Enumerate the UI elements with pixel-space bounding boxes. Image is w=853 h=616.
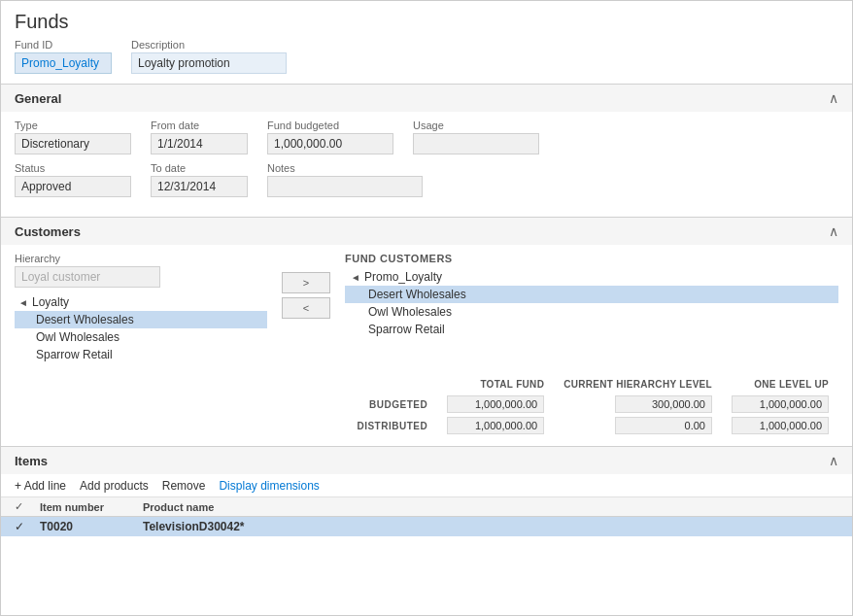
- display-dimensions-button[interactable]: Display dimensions: [219, 479, 319, 493]
- product-name-col-header: Product name: [143, 501, 298, 513]
- tree-item-desert[interactable]: Desert Wholesales: [15, 311, 267, 328]
- tree-item-loyalty[interactable]: ◄ Loyalty: [15, 293, 267, 311]
- one-level-budgeted-cell: 1,000,000.00: [722, 394, 838, 415]
- description-input[interactable]: Loyalty promotion: [131, 52, 287, 74]
- usage-label: Usage: [413, 120, 539, 131]
- from-date-field: From date 1/1/2014: [151, 120, 248, 154]
- total-fund-distributed-value: 1,000,000.00: [447, 417, 544, 434]
- fund-header: Fund ID Promo_Loyalty Description Loyalt…: [1, 39, 852, 82]
- customers-toggle[interactable]: ∧: [829, 223, 838, 239]
- notes-field: Notes: [267, 162, 423, 197]
- summary-distributed-row: DISTRIBUTED 1,000,000.00 0.00 1,000,000.…: [347, 415, 838, 436]
- general-toggle[interactable]: ∧: [829, 90, 838, 106]
- fund-budgeted-field: Fund budgeted 1,000,000.00: [267, 120, 393, 154]
- items-toolbar: + Add line Add products Remove Display d…: [1, 474, 852, 497]
- general-row-1: Type Discretionary From date 1/1/2014 Fu…: [15, 120, 838, 154]
- description-group: Description Loyalty promotion: [131, 39, 287, 74]
- col-current-hierarchy: CURRENT HIERARCHY LEVEL: [554, 377, 722, 394]
- current-hier-budgeted-value: 300,000.00: [615, 395, 712, 413]
- fund-desert-label: Desert Wholesales: [368, 288, 466, 301]
- general-title: General: [15, 91, 61, 106]
- general-section-body: Type Discretionary From date 1/1/2014 Fu…: [1, 112, 852, 215]
- fund-id-input[interactable]: Promo_Loyalty: [15, 52, 112, 74]
- status-input[interactable]: Approved: [15, 176, 131, 197]
- budgeted-label: BUDGETED: [347, 394, 437, 415]
- items-title: Items: [15, 454, 48, 468]
- type-label: Type: [15, 120, 131, 131]
- type-input[interactable]: Discretionary: [15, 133, 131, 154]
- fund-budgeted-label: Fund budgeted: [267, 120, 393, 131]
- total-fund-budgeted-value: 1,000,000.00: [447, 395, 544, 413]
- item-number-col-header: Item number: [40, 501, 137, 513]
- description-label: Description: [131, 39, 287, 51]
- from-date-input[interactable]: 1/1/2014: [151, 133, 248, 154]
- move-right-button[interactable]: >: [282, 272, 330, 293]
- fund-tree-promo[interactable]: ◄ Promo_Loyalty: [345, 268, 838, 286]
- col-one-level-up: ONE LEVEL UP: [722, 377, 838, 394]
- current-hier-budgeted-cell: 300,000.00: [554, 394, 722, 415]
- fund-customers-label: FUND CUSTOMERS: [345, 253, 838, 264]
- fund-tree-owl[interactable]: Owl Wholesales: [345, 303, 838, 321]
- promo-label: Promo_Loyalty: [364, 270, 442, 284]
- to-date-input[interactable]: 12/31/2014: [151, 176, 248, 197]
- fund-tree-sparrow[interactable]: Sparrow Retail: [345, 321, 838, 338]
- page-title: Funds: [1, 1, 852, 39]
- general-section: General ∧ Type Discretionary From date 1…: [1, 84, 852, 215]
- summary-budgeted-row: BUDGETED 1,000,000.00 300,000.00 1,000,0…: [347, 394, 838, 415]
- loyalty-label: Loyalty: [32, 295, 69, 309]
- fund-id-label: Fund ID: [15, 39, 112, 51]
- customers-middle: > <: [277, 253, 335, 363]
- hierarchy-label: Hierarchy: [15, 253, 267, 264]
- page-container: Funds Fund ID Promo_Loyalty Description …: [0, 0, 853, 616]
- items-section-header: Items ∧: [1, 447, 852, 474]
- loyalty-expand-icon: ◄: [18, 297, 28, 308]
- from-date-label: From date: [151, 120, 248, 131]
- promo-expand-icon: ◄: [351, 272, 360, 283]
- remove-button[interactable]: Remove: [162, 479, 206, 493]
- check-col-header: ✓: [15, 500, 34, 513]
- customers-body: Hierarchy Loyal customer ◄ Loyalty Deser…: [1, 245, 852, 371]
- notes-label: Notes: [267, 162, 423, 174]
- current-hier-distributed-cell: 0.00: [554, 415, 722, 436]
- notes-input[interactable]: [267, 176, 423, 197]
- table-row[interactable]: ✓ T0020 TelevisionD30042*: [1, 517, 852, 536]
- hierarchy-input[interactable]: Loyal customer: [15, 266, 160, 288]
- general-row-2: Status Approved To date 12/31/2014 Notes: [15, 162, 838, 197]
- fund-tree-desert[interactable]: Desert Wholesales: [345, 286, 838, 303]
- add-line-button[interactable]: + Add line: [15, 479, 66, 493]
- add-products-button[interactable]: Add products: [80, 479, 149, 493]
- customers-title: Customers: [15, 224, 81, 239]
- one-level-distributed-value: 1,000,000.00: [732, 417, 829, 434]
- fund-owl-label: Owl Wholesales: [368, 305, 452, 319]
- type-field: Type Discretionary: [15, 120, 131, 154]
- sparrow-label: Sparrow Retail: [36, 348, 113, 361]
- fund-budgeted-input[interactable]: 1,000,000.00: [267, 133, 393, 154]
- status-label: Status: [15, 162, 131, 174]
- customers-section: Customers ∧ Hierarchy Loyal customer ◄ L…: [1, 217, 852, 446]
- tree-item-sparrow[interactable]: Sparrow Retail: [15, 346, 267, 363]
- fund-sparrow-label: Sparrow Retail: [368, 323, 445, 336]
- general-section-header: General ∧: [1, 85, 852, 112]
- usage-input[interactable]: [413, 133, 539, 154]
- row-check-icon: ✓: [15, 520, 34, 533]
- items-grid-header: ✓ Item number Product name: [1, 497, 852, 517]
- move-left-button[interactable]: <: [282, 297, 330, 319]
- owl-label: Owl Wholesales: [36, 330, 119, 344]
- one-level-budgeted-value: 1,000,000.00: [732, 395, 829, 413]
- right-tree: ◄ Promo_Loyalty Desert Wholesales Owl Wh…: [345, 268, 838, 338]
- to-date-label: To date: [151, 162, 248, 174]
- customers-left-panel: Hierarchy Loyal customer ◄ Loyalty Deser…: [15, 253, 267, 363]
- summary-table: TOTAL FUND CURRENT HIERARCHY LEVEL ONE L…: [347, 377, 838, 436]
- one-level-distributed-cell: 1,000,000.00: [722, 415, 838, 436]
- fund-id-group: Fund ID Promo_Loyalty: [15, 39, 112, 74]
- current-hier-distributed-value: 0.00: [615, 417, 712, 434]
- customers-section-header: Customers ∧: [1, 218, 852, 245]
- distributed-label: DISTRIBUTED: [347, 415, 437, 436]
- col-total-fund: TOTAL FUND: [437, 377, 554, 394]
- left-tree: ◄ Loyalty Desert Wholesales Owl Wholesal…: [15, 293, 267, 363]
- tree-item-owl[interactable]: Owl Wholesales: [15, 328, 267, 346]
- total-fund-budgeted-cell: 1,000,000.00: [437, 394, 554, 415]
- usage-field: Usage: [413, 120, 539, 154]
- items-toggle[interactable]: ∧: [829, 453, 838, 468]
- status-field: Status Approved: [15, 162, 131, 197]
